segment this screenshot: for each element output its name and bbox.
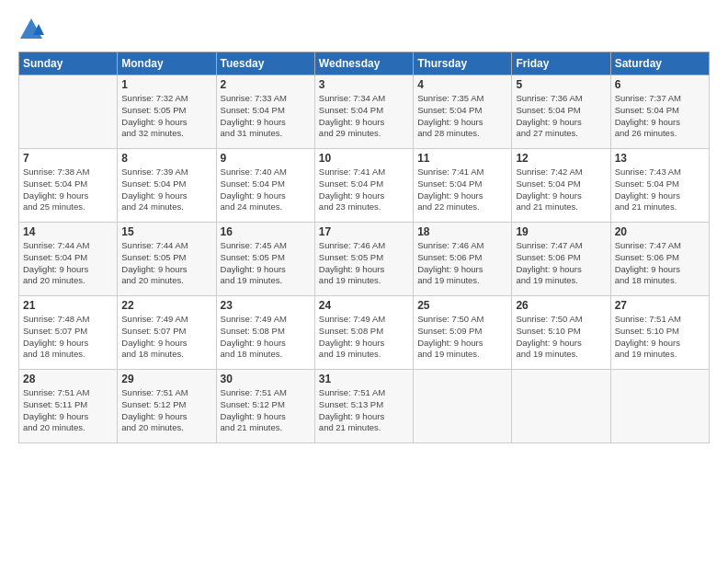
week-row-4: 21Sunrise: 7:48 AM Sunset: 5:07 PM Dayli… — [19, 296, 710, 370]
day-number: 22 — [121, 299, 211, 312]
day-info: Sunrise: 7:47 AM Sunset: 5:06 PM Dayligh… — [615, 240, 705, 287]
day-number: 15 — [121, 225, 211, 238]
calendar-cell: 14Sunrise: 7:44 AM Sunset: 5:04 PM Dayli… — [19, 223, 118, 296]
col-header-sunday: Sunday — [19, 52, 118, 75]
day-info: Sunrise: 7:41 AM Sunset: 5:04 PM Dayligh… — [319, 167, 409, 213]
col-header-tuesday: Tuesday — [216, 52, 314, 75]
day-info: Sunrise: 7:37 AM Sunset: 5:04 PM Dayligh… — [615, 93, 705, 140]
day-number: 4 — [417, 78, 507, 91]
calendar-cell: 11Sunrise: 7:41 AM Sunset: 5:04 PM Dayli… — [414, 149, 512, 223]
day-number: 2 — [221, 78, 311, 91]
calendar-cell: 12Sunrise: 7:42 AM Sunset: 5:04 PM Dayli… — [512, 149, 610, 223]
week-row-1: 1Sunrise: 7:32 AM Sunset: 5:05 PM Daylig… — [19, 75, 710, 149]
calendar-cell: 7Sunrise: 7:38 AM Sunset: 5:04 PM Daylig… — [19, 149, 118, 223]
day-info: Sunrise: 7:35 AM Sunset: 5:04 PM Dayligh… — [417, 93, 507, 140]
calendar-cell — [610, 370, 709, 443]
day-number: 6 — [615, 78, 705, 91]
header-row: SundayMondayTuesdayWednesdayThursdayFrid… — [19, 52, 710, 75]
day-number: 23 — [221, 299, 311, 312]
calendar-cell: 16Sunrise: 7:45 AM Sunset: 5:05 PM Dayli… — [216, 223, 314, 296]
calendar-cell: 3Sunrise: 7:34 AM Sunset: 5:04 PM Daylig… — [314, 75, 413, 149]
calendar-cell: 4Sunrise: 7:35 AM Sunset: 5:04 PM Daylig… — [414, 75, 512, 149]
day-info: Sunrise: 7:45 AM Sunset: 5:05 PM Dayligh… — [221, 240, 311, 287]
header — [18, 17, 710, 42]
day-info: Sunrise: 7:50 AM Sunset: 5:09 PM Dayligh… — [417, 314, 507, 361]
day-info: Sunrise: 7:38 AM Sunset: 5:04 PM Dayligh… — [23, 167, 113, 213]
day-number: 30 — [221, 373, 311, 385]
day-info: Sunrise: 7:36 AM Sunset: 5:04 PM Dayligh… — [516, 93, 606, 140]
calendar-cell: 22Sunrise: 7:49 AM Sunset: 5:07 PM Dayli… — [118, 296, 216, 370]
day-number: 24 — [319, 299, 409, 312]
day-info: Sunrise: 7:33 AM Sunset: 5:04 PM Dayligh… — [221, 93, 311, 140]
day-number: 17 — [319, 225, 409, 238]
day-info: Sunrise: 7:44 AM Sunset: 5:05 PM Dayligh… — [121, 240, 211, 287]
calendar-cell: 25Sunrise: 7:50 AM Sunset: 5:09 PM Dayli… — [414, 296, 512, 370]
day-info: Sunrise: 7:46 AM Sunset: 5:06 PM Dayligh… — [417, 240, 507, 287]
day-info: Sunrise: 7:41 AM Sunset: 5:04 PM Dayligh… — [417, 167, 507, 213]
day-number: 25 — [417, 299, 507, 312]
calendar-cell: 17Sunrise: 7:46 AM Sunset: 5:05 PM Dayli… — [314, 223, 413, 296]
calendar-cell: 6Sunrise: 7:37 AM Sunset: 5:04 PM Daylig… — [610, 75, 709, 149]
day-number: 9 — [221, 152, 311, 165]
day-info: Sunrise: 7:39 AM Sunset: 5:04 PM Dayligh… — [121, 167, 211, 213]
week-row-5: 28Sunrise: 7:51 AM Sunset: 5:11 PM Dayli… — [19, 370, 710, 443]
day-number: 29 — [121, 373, 211, 385]
calendar-cell: 13Sunrise: 7:43 AM Sunset: 5:04 PM Dayli… — [610, 149, 709, 223]
day-info: Sunrise: 7:40 AM Sunset: 5:04 PM Dayligh… — [221, 167, 311, 213]
day-number: 19 — [516, 225, 606, 238]
calendar-cell: 8Sunrise: 7:39 AM Sunset: 5:04 PM Daylig… — [118, 149, 216, 223]
calendar-cell: 2Sunrise: 7:33 AM Sunset: 5:04 PM Daylig… — [216, 75, 314, 149]
day-number: 5 — [516, 78, 606, 91]
day-number: 10 — [319, 152, 409, 165]
day-info: Sunrise: 7:48 AM Sunset: 5:07 PM Dayligh… — [23, 314, 113, 361]
calendar-table: SundayMondayTuesdayWednesdayThursdayFrid… — [18, 52, 710, 443]
day-info: Sunrise: 7:46 AM Sunset: 5:05 PM Dayligh… — [319, 240, 409, 287]
day-info: Sunrise: 7:51 AM Sunset: 5:11 PM Dayligh… — [23, 387, 113, 434]
day-number: 8 — [121, 152, 211, 165]
day-number: 18 — [417, 225, 507, 238]
calendar-cell: 20Sunrise: 7:47 AM Sunset: 5:06 PM Dayli… — [610, 223, 709, 296]
calendar-cell: 23Sunrise: 7:49 AM Sunset: 5:08 PM Dayli… — [216, 296, 314, 370]
day-info: Sunrise: 7:50 AM Sunset: 5:10 PM Dayligh… — [516, 314, 606, 361]
day-info: Sunrise: 7:49 AM Sunset: 5:07 PM Dayligh… — [121, 314, 211, 361]
calendar-cell: 21Sunrise: 7:48 AM Sunset: 5:07 PM Dayli… — [19, 296, 118, 370]
day-number: 12 — [516, 152, 606, 165]
week-row-2: 7Sunrise: 7:38 AM Sunset: 5:04 PM Daylig… — [19, 149, 710, 223]
col-header-thursday: Thursday — [414, 52, 512, 75]
day-number: 20 — [615, 225, 705, 238]
calendar-cell: 18Sunrise: 7:46 AM Sunset: 5:06 PM Dayli… — [414, 223, 512, 296]
calendar-cell: 1Sunrise: 7:32 AM Sunset: 5:05 PM Daylig… — [118, 75, 216, 149]
day-info: Sunrise: 7:42 AM Sunset: 5:04 PM Dayligh… — [516, 167, 606, 213]
day-info: Sunrise: 7:34 AM Sunset: 5:04 PM Dayligh… — [319, 93, 409, 140]
day-number: 27 — [615, 299, 705, 312]
day-number: 16 — [221, 225, 311, 238]
col-header-wednesday: Wednesday — [314, 52, 413, 75]
calendar-cell: 15Sunrise: 7:44 AM Sunset: 5:05 PM Dayli… — [118, 223, 216, 296]
calendar-cell — [19, 75, 118, 149]
day-number: 21 — [23, 299, 113, 312]
col-header-monday: Monday — [118, 52, 216, 75]
day-info: Sunrise: 7:47 AM Sunset: 5:06 PM Dayligh… — [516, 240, 606, 287]
day-number: 26 — [516, 299, 606, 312]
day-info: Sunrise: 7:49 AM Sunset: 5:08 PM Dayligh… — [319, 314, 409, 361]
calendar-cell: 10Sunrise: 7:41 AM Sunset: 5:04 PM Dayli… — [314, 149, 413, 223]
day-number: 28 — [23, 373, 113, 385]
day-info: Sunrise: 7:51 AM Sunset: 5:12 PM Dayligh… — [121, 387, 211, 434]
day-number: 7 — [23, 152, 113, 165]
day-number: 31 — [319, 373, 409, 385]
calendar-cell — [414, 370, 512, 443]
logo — [18, 17, 48, 42]
col-header-saturday: Saturday — [610, 52, 709, 75]
calendar-cell: 30Sunrise: 7:51 AM Sunset: 5:12 PM Dayli… — [216, 370, 314, 443]
calendar-cell: 29Sunrise: 7:51 AM Sunset: 5:12 PM Dayli… — [118, 370, 216, 443]
logo-icon — [18, 17, 44, 42]
calendar-cell: 27Sunrise: 7:51 AM Sunset: 5:10 PM Dayli… — [610, 296, 709, 370]
week-row-3: 14Sunrise: 7:44 AM Sunset: 5:04 PM Dayli… — [19, 223, 710, 296]
day-number: 11 — [417, 152, 507, 165]
calendar-cell: 24Sunrise: 7:49 AM Sunset: 5:08 PM Dayli… — [314, 296, 413, 370]
col-header-friday: Friday — [512, 52, 610, 75]
day-info: Sunrise: 7:43 AM Sunset: 5:04 PM Dayligh… — [615, 167, 705, 213]
day-info: Sunrise: 7:51 AM Sunset: 5:10 PM Dayligh… — [615, 314, 705, 361]
calendar-cell: 5Sunrise: 7:36 AM Sunset: 5:04 PM Daylig… — [512, 75, 610, 149]
page: SundayMondayTuesdayWednesdayThursdayFrid… — [0, 0, 728, 563]
